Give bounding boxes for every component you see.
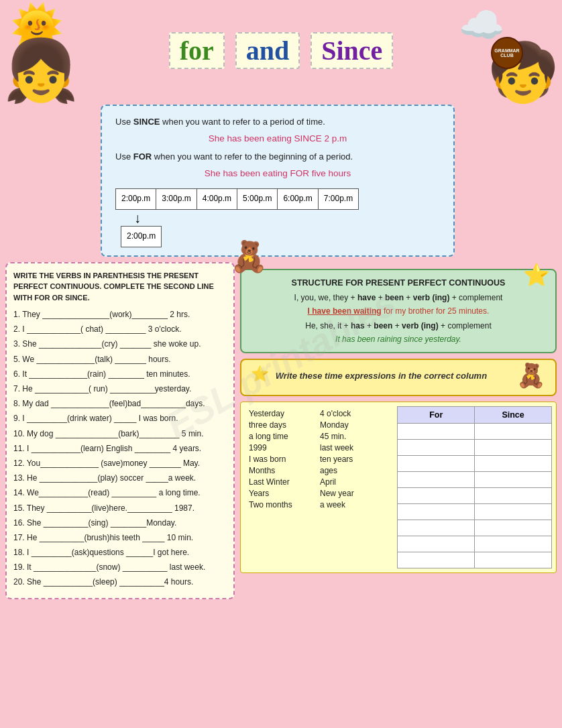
- time-words-row: YearsNew year: [249, 489, 390, 498]
- time-expr-instruction: Write these time expressions in the corr…: [276, 371, 487, 381]
- for-since-table: For Since: [397, 406, 552, 568]
- since-cell[interactable]: [475, 455, 552, 471]
- title-for: for: [169, 32, 225, 69]
- time-words-grid: Yesterday4 o'clockthree daysMondaya long…: [245, 406, 394, 568]
- structure-title: STRUCTURE FOR PRESENT PERFECT CONTINUOUS: [251, 278, 546, 288]
- time-cell-1: 2:00p.m: [115, 188, 156, 210]
- exercise-item: 8. My dad _____________(feel)bad________…: [13, 398, 227, 410]
- time-cells-row: 2:00p.m 3:00p.m 4:00p.m 5:00p.m 6:00p.m …: [115, 188, 440, 210]
- star-top-decoration: ⭐: [523, 262, 550, 288]
- left-panel-title: WRITE THE VERBS IN PARENTHESIS THE PRESE…: [13, 270, 227, 304]
- since-cell[interactable]: [475, 423, 552, 439]
- structure-box: STRUCTURE FOR PRESENT PERFECT CONTINUOUS…: [240, 269, 557, 353]
- time-word-2: New year: [320, 489, 354, 498]
- for-since-table-container: For Since: [397, 406, 552, 568]
- time-word-2: April: [320, 477, 336, 487]
- grammar-badge: GRAMMARCLUB: [491, 37, 523, 69]
- exercise-item: 3. She ______________(cry) _______ she w…: [13, 338, 227, 351]
- col-for-header: For: [398, 406, 475, 423]
- right-panel: 🧸 ⭐ STRUCTURE FOR PRESENT PERFECT CONTIN…: [240, 262, 557, 573]
- time-word-1: three days: [249, 420, 309, 430]
- exercise-item: 5. We _____________(talk) _______ hours.: [13, 353, 227, 366]
- time-word-1: Last Winter: [249, 477, 309, 487]
- exercise-item: 14. We___________(read) __________ a lon…: [13, 487, 227, 499]
- for-cell[interactable]: [398, 423, 475, 439]
- exercise-item: 1. They _______________(work)________ 2 …: [13, 308, 227, 321]
- time-word-1: Years: [249, 489, 309, 498]
- main-content: WRITE THE VERBS IN PARENTHESIS THE PRESE…: [5, 262, 557, 599]
- time-word-2: 45 min.: [320, 432, 346, 441]
- time-words-row: Yesterday4 o'clock: [249, 409, 390, 418]
- since-cell[interactable]: [475, 520, 552, 536]
- for-cell[interactable]: [398, 471, 475, 487]
- structure-example2: It has been raining since yesterday.: [251, 335, 546, 344]
- since-cell[interactable]: [475, 471, 552, 487]
- exercise-item: 2. I ____________( chat) _________ 3 o'c…: [13, 323, 227, 336]
- exercise-item: 17. He __________(brush)his teeth _____ …: [13, 532, 227, 544]
- example1-text: She has been eating SINCE 2 p.m: [115, 131, 440, 147]
- exercise-item: 19. It ______________(snow) __________ l…: [13, 561, 227, 574]
- time-cell-6: 7:00p.m: [319, 188, 359, 210]
- page-title-container: for and Since: [169, 32, 394, 69]
- time-word-2: ten years: [320, 454, 353, 464]
- time-word-1: Months: [249, 466, 309, 475]
- exercise-item: 20. She ___________(sleep) __________4 h…: [13, 576, 227, 589]
- for-cell[interactable]: [398, 439, 475, 455]
- header-area: 🌞 ☁️ 👧 🧒 GRAMMARCLUB for and Since: [0, 0, 562, 101]
- time-word-1: 1999: [249, 443, 309, 452]
- left-panel: WRITE THE VERBS IN PARENTHESIS THE PRESE…: [5, 262, 235, 599]
- time-words-row: Two monthsa week: [249, 500, 390, 509]
- rule1-text: Use SINCE when you want to refer to a pe…: [115, 114, 440, 129]
- structure-example1: I have been waiting for my brother for 2…: [251, 306, 546, 316]
- page-wrapper: 🌞 ☁️ 👧 🧒 GRAMMARCLUB for and Since Use S…: [0, 0, 562, 728]
- time-words-row: Monthsages: [249, 466, 390, 475]
- time-words-row: 1999last week: [249, 443, 390, 452]
- for-cell[interactable]: [398, 503, 475, 520]
- bear-right-decoration: 🧸: [516, 362, 546, 389]
- time-word-1: Two months: [249, 500, 309, 509]
- time-start: 2:00p.m: [121, 226, 162, 247]
- time-word-2: last week: [320, 443, 353, 452]
- structure-rule2: He, she, it + has + been + verb (ing) + …: [251, 321, 546, 330]
- timeline-arrow: ↓: [134, 210, 440, 226]
- exercise-item: 15. They __________(live)here.__________…: [13, 502, 227, 515]
- time-expressions-box: ⭐ Write these time expressions in the co…: [240, 359, 557, 396]
- exercise-item: 16. She __________(sing) ________Monday.: [13, 517, 227, 530]
- since-cell[interactable]: [475, 439, 552, 455]
- for-cell[interactable]: [398, 487, 475, 503]
- exercise-item: 18. I _________(ask)questions ______I go…: [13, 546, 227, 559]
- time-cell-4: 5:00p.m: [237, 188, 278, 210]
- time-words-row: I was bornten years: [249, 454, 390, 464]
- since-cell[interactable]: [475, 552, 552, 568]
- for-cell[interactable]: [398, 520, 475, 536]
- since-cell[interactable]: [475, 536, 552, 552]
- exercise-item: 12. You_____________ (save)money _______…: [13, 457, 227, 470]
- since-cell[interactable]: [475, 503, 552, 520]
- time-word-1: I was born: [249, 454, 309, 464]
- for-cell[interactable]: [398, 455, 475, 471]
- time-cell-3: 4:00p.m: [197, 188, 237, 210]
- time-word-2: a week: [320, 500, 345, 509]
- exercise-item: 7. He ____________( run) __________yeste…: [13, 383, 227, 396]
- for-cell[interactable]: [398, 552, 475, 568]
- girl-left-decoration: 👧: [3, 40, 78, 101]
- bear-top-decoration: 🧸: [230, 239, 268, 274]
- exercise-item: 6. It _____________(rain) ________ ten m…: [13, 368, 227, 381]
- structure-rule1: I, you, we, they + have + been + verb (i…: [251, 293, 546, 302]
- time-words-row: Last WinterApril: [249, 477, 390, 487]
- timeline: 2:00p.m 3:00p.m 4:00p.m 5:00p.m 6:00p.m …: [115, 188, 440, 247]
- time-expressions-content: Yesterday4 o'clockthree daysMondaya long…: [240, 402, 557, 573]
- for-cell[interactable]: [398, 536, 475, 552]
- exercise-item: 11. I ___________(learn) English _______…: [13, 442, 227, 455]
- col-since-header: Since: [475, 406, 552, 423]
- time-cell-5: 6:00p.m: [278, 188, 318, 210]
- exercises-list: 1. They _______________(work)________ 2 …: [13, 308, 227, 589]
- title-and: and: [235, 32, 300, 69]
- time-word-1: Yesterday: [249, 409, 309, 418]
- since-cell[interactable]: [475, 487, 552, 503]
- example2-text: She has been eating FOR five hours: [115, 166, 440, 182]
- time-cell-2: 3:00p.m: [156, 188, 196, 210]
- exercise-item: 13. He _____________(play) soccer _____a…: [13, 472, 227, 485]
- title-since: Since: [311, 32, 393, 69]
- explanation-box: Use SINCE when you want to refer to a pe…: [101, 105, 455, 257]
